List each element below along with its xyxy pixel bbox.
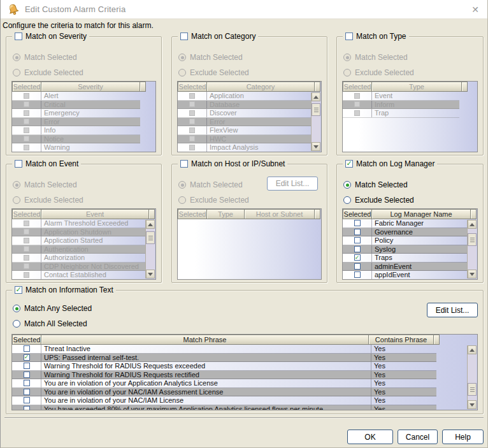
close-icon[interactable]: ✕ bbox=[470, 4, 481, 15]
row-checkbox-cell[interactable] bbox=[343, 219, 372, 228]
table-row[interactable]: You are in violation of your Application… bbox=[12, 379, 436, 388]
row-checkbox-cell[interactable] bbox=[12, 345, 41, 353]
row-checkbox-cell[interactable] bbox=[343, 254, 372, 262]
row-checkbox[interactable] bbox=[24, 363, 30, 369]
scroll-down-icon[interactable] bbox=[312, 142, 320, 151]
scrollbar[interactable] bbox=[311, 92, 320, 151]
row-checkbox[interactable] bbox=[24, 354, 30, 361]
ok-button[interactable]: OK bbox=[347, 430, 393, 444]
row-checkbox[interactable] bbox=[24, 406, 30, 410]
row-checkbox[interactable] bbox=[354, 246, 361, 252]
scroll-thumb[interactable] bbox=[468, 383, 477, 396]
header-filler bbox=[148, 209, 155, 219]
match-phrase-column-header[interactable]: Match Phrase bbox=[41, 335, 369, 345]
row-checkbox[interactable] bbox=[24, 345, 30, 352]
match-any-selected-radio[interactable] bbox=[13, 305, 20, 312]
table-row[interactable]: UPS: Passed internal self-test.Yes bbox=[12, 354, 436, 363]
scrollbar[interactable] bbox=[467, 345, 477, 409]
scroll-up-icon[interactable] bbox=[146, 220, 155, 229]
table-row[interactable]: Governance bbox=[343, 228, 467, 237]
row-checkbox[interactable] bbox=[24, 389, 30, 395]
row-checkbox-cell[interactable] bbox=[343, 280, 372, 280]
table-row[interactable]: Policy bbox=[343, 236, 467, 245]
match-all-selected-radio[interactable] bbox=[13, 320, 20, 328]
row-label: FlexView bbox=[207, 126, 311, 134]
scroll-up-icon[interactable] bbox=[468, 220, 477, 229]
radio-label: Exclude Selected bbox=[355, 68, 414, 77]
contains-phrase-column-header[interactable]: Contains Phrase bbox=[368, 335, 434, 345]
scroll-up-icon[interactable] bbox=[468, 345, 477, 354]
selected-column-header[interactable]: Selected bbox=[343, 209, 372, 219]
match-on-log-manager-checkbox[interactable] bbox=[345, 160, 353, 168]
scroll-thumb[interactable] bbox=[146, 231, 155, 244]
table-row[interactable]: Syslog bbox=[343, 245, 467, 254]
row-checkbox-cell[interactable] bbox=[343, 236, 372, 245]
scroll-thumb[interactable] bbox=[468, 233, 477, 246]
match-on-category-checkbox[interactable] bbox=[180, 33, 188, 40]
match-selected-radio[interactable] bbox=[343, 181, 351, 189]
row-checkbox bbox=[189, 93, 195, 99]
table-row[interactable]: Warning Threshold for RADIUS Requests ex… bbox=[12, 362, 436, 371]
table-row[interactable]: Traps bbox=[343, 254, 467, 263]
scroll-down-icon[interactable] bbox=[468, 270, 477, 278]
table-row[interactable]: You are in violation of your NAC/IAM Lic… bbox=[12, 396, 436, 405]
match-on-severity-checkbox[interactable] bbox=[15, 33, 22, 40]
scrollbar[interactable] bbox=[467, 220, 477, 278]
row-checkbox-cell[interactable] bbox=[12, 379, 41, 387]
table-row[interactable]: Threat InactiveYes bbox=[12, 345, 436, 354]
row-checkbox-cell[interactable] bbox=[12, 371, 41, 379]
row-checkbox-cell[interactable] bbox=[343, 245, 372, 254]
table-header[interactable]: Selected Log Manager Name bbox=[343, 209, 476, 219]
scroll-thumb[interactable] bbox=[312, 103, 320, 116]
row-checkbox[interactable] bbox=[24, 397, 30, 403]
row-checkbox[interactable] bbox=[24, 380, 30, 386]
row-checkbox-cell bbox=[178, 126, 207, 134]
row-checkbox[interactable] bbox=[354, 263, 361, 270]
scroll-up-icon[interactable] bbox=[312, 92, 320, 101]
scroll-down-icon[interactable] bbox=[146, 270, 155, 278]
row-checkbox bbox=[24, 238, 29, 243]
row-checkbox[interactable] bbox=[354, 220, 361, 226]
table-row[interactable]: adminEvent bbox=[343, 263, 467, 271]
row-checkbox[interactable] bbox=[24, 372, 30, 378]
match-on-event-checkbox[interactable] bbox=[15, 160, 22, 168]
table-row[interactable]: You are in violation of your NAC/IAM Ass… bbox=[12, 388, 436, 397]
row-checkbox[interactable] bbox=[354, 229, 361, 235]
cancel-button[interactable]: Cancel bbox=[398, 430, 438, 444]
table-row[interactable]: Warning Threshold for RADIUS Requests re… bbox=[12, 371, 436, 380]
row-checkbox-cell[interactable] bbox=[12, 396, 41, 405]
log-manager-name-column-header[interactable]: Log Manager Name bbox=[371, 209, 471, 219]
table-row[interactable]: asm bbox=[343, 280, 467, 280]
selected-column-header[interactable]: Selected bbox=[12, 335, 41, 345]
match-on-type-group: Match on Type Match Selected Exclude Sel… bbox=[336, 36, 484, 155]
row-checkbox-cell[interactable] bbox=[12, 362, 41, 370]
table-header[interactable]: Selected Match Phrase Contains Phrase bbox=[12, 335, 439, 345]
scroll-down-icon[interactable] bbox=[468, 400, 477, 409]
row-checkbox-cell[interactable] bbox=[12, 405, 41, 411]
table-row: CDP Neighbor Not Discovered bbox=[12, 263, 145, 271]
row-checkbox[interactable] bbox=[354, 254, 361, 261]
radio-label: Exclude Selected bbox=[24, 68, 83, 77]
table-row: Lock bbox=[178, 152, 311, 153]
row-checkbox-cell[interactable] bbox=[12, 354, 41, 362]
match-on-type-checkbox[interactable] bbox=[345, 33, 353, 40]
row-checkbox[interactable] bbox=[354, 237, 361, 243]
row-checkbox-cell[interactable] bbox=[343, 228, 372, 236]
row-label: Impact Analysis bbox=[207, 143, 311, 152]
table-row[interactable]: Fabric Manager bbox=[343, 219, 467, 228]
match-on-information-text-checkbox[interactable] bbox=[15, 286, 22, 294]
edit-list-button[interactable]: Edit List... bbox=[427, 303, 478, 317]
row-label: Governance bbox=[372, 228, 467, 236]
row-checkbox-cell[interactable] bbox=[12, 388, 41, 396]
match-on-host-checkbox[interactable] bbox=[180, 160, 188, 168]
table-row[interactable]: appIdEvent bbox=[343, 271, 467, 280]
row-checkbox bbox=[24, 136, 29, 141]
match-phrase-cell: You have exceeded 80% of your maximum Ap… bbox=[41, 405, 371, 411]
exclude-selected-radio[interactable] bbox=[343, 196, 351, 204]
help-button[interactable]: Help bbox=[442, 430, 484, 444]
row-checkbox-cell[interactable] bbox=[343, 271, 372, 279]
table-row[interactable]: You have exceeded 80% of your maximum Ap… bbox=[12, 405, 436, 411]
row-checkbox-cell[interactable] bbox=[343, 263, 372, 271]
scrollbar[interactable] bbox=[145, 220, 155, 278]
row-checkbox[interactable] bbox=[354, 271, 361, 278]
